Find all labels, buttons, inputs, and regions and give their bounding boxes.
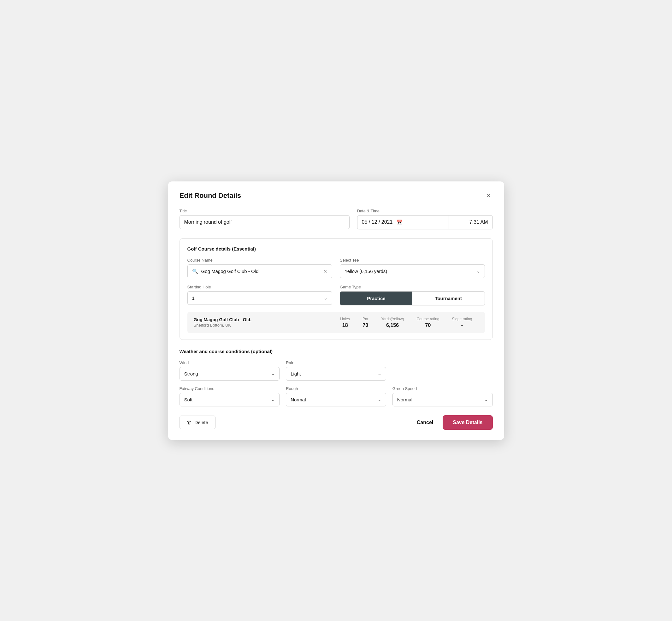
stat-par: Par 70 bbox=[356, 317, 375, 328]
time-input[interactable]: 7:31 AM bbox=[449, 215, 493, 230]
course-rating-value: 70 bbox=[416, 323, 439, 328]
green-speed-dropdown[interactable]: Normal ⌄ bbox=[392, 393, 493, 406]
datetime-field-group: Date & Time 05 / 12 / 2021 📅 7:31 AM bbox=[357, 209, 493, 230]
rough-label: Rough bbox=[286, 386, 386, 391]
starting-hole-value: 1 bbox=[192, 295, 195, 301]
weather-section-title: Weather and course conditions (optional) bbox=[179, 349, 493, 354]
chevron-down-icon-5: ⌄ bbox=[271, 397, 275, 402]
course-info-name: Gog Magog Golf Club - Old, Shelford Bott… bbox=[194, 317, 334, 328]
datetime-label: Date & Time bbox=[357, 209, 493, 213]
course-name-input[interactable]: 🔍 Gog Magog Golf Club - Old ✕ bbox=[187, 264, 333, 278]
modal-footer: 🗑 Delete Cancel Save Details bbox=[179, 415, 493, 430]
footer-right: Cancel Save Details bbox=[414, 415, 493, 430]
par-value: 70 bbox=[363, 323, 369, 328]
stat-holes: Holes 18 bbox=[334, 317, 356, 328]
datetime-row: 05 / 12 / 2021 📅 7:31 AM bbox=[357, 215, 493, 230]
fairway-dropdown[interactable]: Soft ⌄ bbox=[179, 393, 280, 406]
stat-yards: Yards(Yellow) 6,156 bbox=[375, 317, 411, 328]
modal-title: Edit Round Details bbox=[179, 192, 241, 200]
chevron-down-icon: ⌄ bbox=[476, 268, 480, 274]
yards-label: Yards(Yellow) bbox=[381, 317, 404, 321]
select-tee-group: Select Tee Yellow (6,156 yards) ⌄ bbox=[340, 258, 485, 278]
edit-round-modal: Edit Round Details × Title Date & Time 0… bbox=[168, 181, 504, 440]
course-info-box: Gog Magog Golf Club - Old, Shelford Bott… bbox=[187, 312, 485, 333]
slope-rating-value: - bbox=[452, 323, 472, 328]
tournament-button[interactable]: Tournament bbox=[412, 292, 485, 305]
green-speed-group: Green Speed Normal ⌄ bbox=[392, 386, 493, 406]
holes-label: Holes bbox=[340, 317, 350, 321]
delete-button[interactable]: 🗑 Delete bbox=[179, 416, 215, 429]
title-input[interactable] bbox=[179, 215, 349, 229]
wind-label: Wind bbox=[179, 360, 280, 365]
par-label: Par bbox=[363, 317, 369, 321]
modal-header: Edit Round Details × bbox=[179, 192, 493, 200]
practice-button[interactable]: Practice bbox=[340, 292, 412, 305]
stat-course-rating: Course rating 70 bbox=[410, 317, 446, 328]
select-tee-label: Select Tee bbox=[340, 258, 485, 262]
holes-value: 18 bbox=[340, 323, 350, 328]
rain-value: Light bbox=[291, 371, 301, 376]
golf-course-section-title: Golf Course details (Essential) bbox=[187, 246, 485, 251]
golf-course-section: Golf Course details (Essential) Course N… bbox=[179, 238, 493, 340]
stat-slope-rating: Slope rating - bbox=[446, 317, 478, 328]
title-label: Title bbox=[179, 209, 349, 213]
chevron-down-icon-6: ⌄ bbox=[378, 397, 381, 402]
chevron-down-icon-7: ⌄ bbox=[484, 397, 488, 402]
course-name-group: Course Name 🔍 Gog Magog Golf Club - Old … bbox=[187, 258, 333, 278]
course-info-location: Shelford Bottom, UK bbox=[194, 323, 334, 328]
green-speed-label: Green Speed bbox=[392, 386, 493, 391]
wind-value: Strong bbox=[184, 371, 198, 376]
weather-section: Weather and course conditions (optional)… bbox=[179, 349, 493, 406]
wind-group: Wind Strong ⌄ bbox=[179, 360, 280, 380]
rain-dropdown[interactable]: Light ⌄ bbox=[286, 367, 386, 380]
course-stats: Holes 18 Par 70 Yards(Yellow) 6,156 Cour… bbox=[334, 317, 478, 328]
save-button[interactable]: Save Details bbox=[443, 415, 493, 430]
game-type-toggle: Practice Tournament bbox=[340, 291, 485, 305]
rough-value: Normal bbox=[291, 397, 306, 402]
yards-value: 6,156 bbox=[381, 323, 404, 328]
chevron-down-icon-3: ⌄ bbox=[271, 371, 275, 376]
green-speed-value: Normal bbox=[397, 397, 412, 402]
rough-dropdown[interactable]: Normal ⌄ bbox=[286, 393, 386, 406]
trash-icon: 🗑 bbox=[187, 420, 192, 425]
calendar-icon: 📅 bbox=[396, 219, 403, 225]
game-type-group: Game Type Practice Tournament bbox=[340, 285, 485, 305]
starting-hole-group: Starting Hole 1 ⌄ bbox=[187, 285, 333, 305]
game-type-label: Game Type bbox=[340, 285, 485, 289]
select-tee-dropdown[interactable]: Yellow (6,156 yards) ⌄ bbox=[340, 264, 485, 278]
course-name-label: Course Name bbox=[187, 258, 333, 262]
rain-label: Rain bbox=[286, 360, 386, 365]
delete-label: Delete bbox=[195, 420, 208, 425]
select-tee-value: Yellow (6,156 yards) bbox=[344, 268, 387, 274]
slope-rating-label: Slope rating bbox=[452, 317, 472, 321]
title-field-group: Title bbox=[179, 209, 349, 230]
rough-group: Rough Normal ⌄ bbox=[286, 386, 386, 406]
hole-gametype-row: Starting Hole 1 ⌄ Game Type Practice Tou… bbox=[187, 285, 485, 305]
wind-rain-row: Wind Strong ⌄ Rain Light ⌄ bbox=[179, 360, 493, 380]
fairway-value: Soft bbox=[184, 397, 193, 402]
rain-group: Rain Light ⌄ bbox=[286, 360, 386, 380]
date-input[interactable]: 05 / 12 / 2021 📅 bbox=[357, 215, 449, 230]
date-value: 05 / 12 / 2021 bbox=[362, 219, 393, 225]
chevron-down-icon-2: ⌄ bbox=[324, 295, 328, 300]
course-tee-row: Course Name 🔍 Gog Magog Golf Club - Old … bbox=[187, 258, 485, 278]
search-icon: 🔍 bbox=[192, 268, 198, 274]
cancel-button[interactable]: Cancel bbox=[414, 416, 436, 429]
starting-hole-dropdown[interactable]: 1 ⌄ bbox=[187, 291, 333, 305]
course-rating-label: Course rating bbox=[416, 317, 439, 321]
chevron-down-icon-4: ⌄ bbox=[378, 371, 381, 376]
fairway-rough-green-row: Fairway Conditions Soft ⌄ Rough Normal ⌄… bbox=[179, 386, 493, 406]
wind-dropdown[interactable]: Strong ⌄ bbox=[179, 367, 280, 380]
fairway-group: Fairway Conditions Soft ⌄ bbox=[179, 386, 280, 406]
course-name-value: Gog Magog Golf Club - Old bbox=[201, 268, 321, 274]
starting-hole-label: Starting Hole bbox=[187, 285, 333, 289]
course-info-name-text: Gog Magog Golf Club - Old, bbox=[194, 317, 334, 322]
top-row: Title Date & Time 05 / 12 / 2021 📅 7:31 … bbox=[179, 209, 493, 230]
time-value: 7:31 AM bbox=[469, 219, 488, 225]
fairway-label: Fairway Conditions bbox=[179, 386, 280, 391]
clear-icon[interactable]: ✕ bbox=[323, 268, 328, 274]
close-button[interactable]: × bbox=[485, 192, 493, 200]
